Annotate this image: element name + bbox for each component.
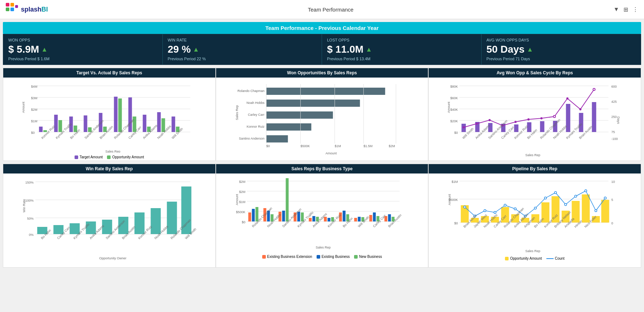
kpi-row: Won Opps $ 5.9M ▲ Previous Period $ 1.6M… [3,34,641,65]
svg-rect-28 [128,97,132,132]
logo-text: splashBI [21,6,48,13]
svg-rect-168 [286,178,289,221]
chart-avg-won-opp-title: Avg Won Opp & Sales Cycle By Reps [429,68,641,78]
svg-text:0%: 0% [29,233,33,237]
svg-text:$2M: $2M [239,190,245,194]
svg-text:$0: $0 [455,131,458,135]
svg-text:$2M: $2M [31,108,37,111]
chart-avg-won-opp-body: $80K $60K $40K $20K $0 Amount 600 425 25… [429,78,641,161]
kpi-won-opps: Won Opps $ 5.9M ▲ Previous Period $ 1.6M [3,34,163,65]
svg-point-106 [580,108,582,110]
logo: splashBI [6,3,48,16]
svg-rect-161 [252,209,255,221]
chart-target-vs-actual: Target Vs. Actual By Sales Reps $4M $3M … [3,68,216,161]
svg-text:$0: $0 [266,144,270,148]
svg-text:Amount: Amount [22,101,25,113]
svg-text:-100: -100 [612,137,618,141]
expand-icon[interactable]: ⊞ [623,6,628,13]
svg-rect-184 [369,215,372,221]
svg-rect-54 [266,100,360,107]
kpi-win-rate-prev: Previous Period 22 % [168,57,317,61]
svg-rect-179 [343,211,345,221]
svg-text:Amount: Amount [448,194,452,205]
svg-text:75: 75 [612,130,615,134]
svg-point-236 [565,203,567,206]
svg-text:$20K: $20K [451,119,458,123]
svg-text:50%: 50% [27,217,33,220]
svg-point-240 [604,197,607,199]
svg-rect-4 [15,5,18,8]
svg-point-105 [567,97,569,100]
chart-avg-won-opp-svg: $80K $60K $40K $20K $0 Amount 600 425 25… [431,80,638,158]
svg-rect-90 [514,124,519,132]
legend-dot-opp [107,155,111,159]
svg-rect-3 [10,8,14,11]
svg-text:250: 250 [612,115,617,119]
chart-target-vs-actual-legend: Target Amount Opportunity Amount [6,154,213,161]
svg-rect-176 [327,218,330,221]
dashboard-banner: Team Performance - Previous Calendar Yea… [3,22,641,34]
filter-icon[interactable]: ▼ [613,6,619,13]
chart-won-opps-by-rep-svg: Rolando Chapman Noah Hobbs Carley Carr K… [219,80,425,158]
svg-rect-182 [358,217,361,221]
menu-icon[interactable]: ⋮ [632,6,638,13]
svg-rect-181 [354,218,357,221]
legend-label-new-biz: New Business [359,255,382,259]
svg-text:Santino Anderson: Santino Anderson [239,137,264,140]
svg-text:$0: $0 [455,221,458,225]
svg-point-233 [535,207,537,209]
chart-win-rate-by-rep: Win Rate By Sales Rep 150% 100% 50% 0% W… [3,164,216,268]
charts-row1: Target Vs. Actual By Sales Reps $4M $3M … [3,68,641,161]
legend-label-count: Count [555,256,565,260]
chart-pipeline-by-rep-body: $1M $500K $0 Amount 10 5 0 [429,173,641,267]
kpi-win-rate-label: Win Rate [168,38,317,42]
legend-label-ext-biz: Existing Business Extension [267,255,312,259]
chart-won-opps-by-rep-title: Won Opportunities By Sales Reps [216,68,428,78]
svg-rect-185 [373,212,376,221]
svg-text:Carley Carr: Carley Carr [248,113,264,117]
svg-text:$1M: $1M [31,119,37,123]
svg-rect-188 [388,214,391,221]
svg-rect-136 [167,202,177,234]
svg-text:Noah Hobbs: Noah Hobbs [246,101,265,105]
svg-text:600: 600 [612,85,617,88]
kpi-lost-opps: Lost Opps $ 11.0M ▲ Previous Period $ 13… [322,34,482,65]
svg-text:Sales Rep: Sales Rep [106,150,121,153]
svg-rect-1 [10,3,14,6]
svg-text:Amount: Amount [235,194,239,205]
kpi-won-opps-trend: ▲ [41,46,48,53]
svg-point-237 [575,195,577,197]
svg-text:Opportunity Owner: Opportunity Owner [99,256,127,260]
svg-text:Sales Rep: Sales Rep [526,249,541,253]
svg-text:$2M: $2M [239,180,245,184]
svg-rect-18 [54,115,58,132]
svg-text:Sales Rep: Sales Rep [235,105,239,120]
legend-line-count [546,258,554,259]
svg-rect-223 [582,194,590,223]
footer [0,268,644,271]
svg-text:$60K: $60K [451,96,458,100]
svg-text:$3M: $3M [31,96,37,100]
svg-point-238 [585,190,587,192]
svg-rect-26 [114,97,117,132]
kpi-lost-opps-prev: Previous Period $ 13.4M [327,57,476,61]
kpi-avg-days-trend: ▲ [527,46,533,53]
svg-text:Sales Rep: Sales Rep [316,246,331,249]
svg-point-239 [595,210,597,212]
chart-target-vs-actual-svg: $4M $3M $2M $1M $0 Amount [6,80,213,153]
legend-dot-ext-biz [262,255,266,259]
svg-text:$1.5M: $1.5M [363,144,372,148]
page-title: Team Performance [308,6,354,13]
chart-win-rate-by-rep-body: 150% 100% 50% 0% Win Rate [3,173,215,267]
chart-target-vs-actual-body: $4M $3M $2M $1M $0 Amount [3,78,215,161]
svg-point-99 [489,119,491,121]
chart-pipeline-by-rep-svg: $1M $500K $0 Amount 10 5 0 [431,176,638,254]
chart-pipeline-by-rep-title: Pipeline By Sales Rep [429,164,641,173]
svg-text:$2M: $2M [389,144,395,148]
svg-rect-172 [309,218,312,221]
kpi-win-rate: Win Rate 29 % ▲ Previous Period 22 % [163,34,322,65]
svg-text:$40K: $40K [451,108,458,111]
svg-point-230 [504,204,506,206]
svg-rect-225 [601,200,609,223]
svg-point-103 [541,117,543,119]
